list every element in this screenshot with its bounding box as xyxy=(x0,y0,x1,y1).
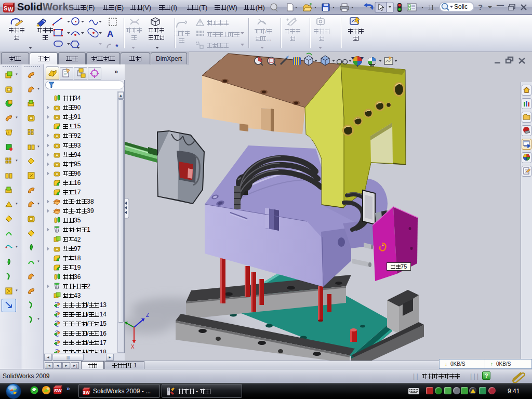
svg-text:X: X xyxy=(131,344,135,350)
svg-text:*: * xyxy=(115,42,118,51)
svg-text:Z: Z xyxy=(146,312,149,318)
svg-text:SW: SW xyxy=(54,388,62,393)
svg-text:+: + xyxy=(286,17,289,22)
svg-text:S: S xyxy=(4,5,7,11)
svg-text:A: A xyxy=(107,29,113,39)
svg-text:SW: SW xyxy=(83,390,90,395)
svg-text:W: W xyxy=(8,6,14,12)
